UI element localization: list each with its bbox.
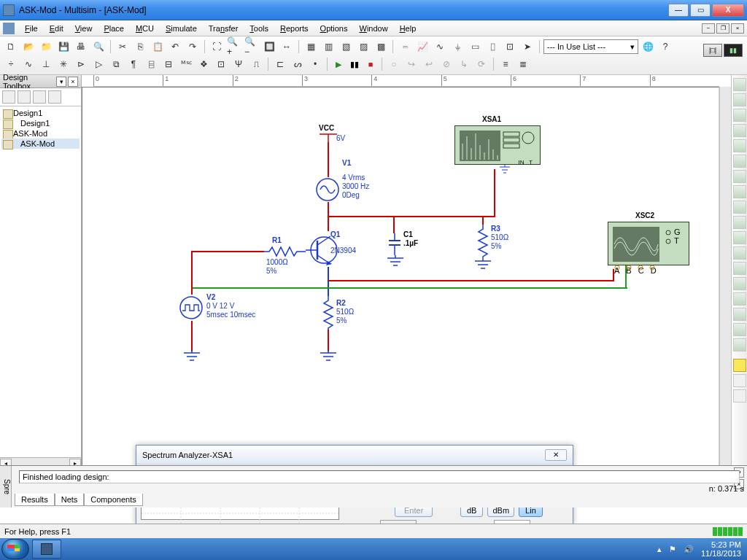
instr-probe-icon[interactable] [733,389,746,402]
window-close-button[interactable]: X [712,4,744,17]
comp-group-7-icon[interactable]: ⧉ [108,56,124,72]
comp-group-3-icon[interactable]: ⊥ [38,56,54,72]
menu-help[interactable]: Help [394,22,422,35]
tree-item[interactable]: ASK-Mod [1,128,80,139]
comp-group-6-icon[interactable]: ▷ [90,56,107,72]
arrow-icon[interactable]: ➤ [519,39,535,55]
menu-tools[interactable]: Tools [244,22,274,35]
break-icon[interactable]: ⊘ [438,56,454,72]
comp-group-1-icon[interactable]: ÷ [3,56,19,72]
new-icon[interactable]: 🗋 [3,39,19,55]
save-icon[interactable]: 💾 [55,39,71,55]
copy-icon[interactable]: ⎘ [132,39,148,55]
scope-icon[interactable]: 📈 [414,39,430,55]
net-icon[interactable]: ⊡ [502,39,518,55]
spreadsheet-tab-results[interactable]: Results [15,494,55,506]
help-icon[interactable]: ? [657,39,673,55]
instr-elvis-icon[interactable] [733,374,746,387]
menu-transfer[interactable]: Transfer [203,22,244,35]
zoom-out-icon[interactable]: 🔍− [244,39,260,55]
comp-group-13-icon[interactable]: ⊡ [213,56,229,72]
open-icon[interactable]: 📂 [20,39,36,55]
preview-icon[interactable]: 🔍 [90,39,107,55]
panel-close-button[interactable]: × [68,77,78,87]
step-over-icon[interactable]: ↪ [403,56,419,72]
canvas-scrollbar-vertical[interactable] [719,87,731,470]
tray-volume-icon[interactable]: 🔊 [684,545,694,554]
comp-group-11-icon[interactable]: ᴹˢᶜ [178,56,194,72]
menu-simulate[interactable]: Simulate [160,22,203,35]
toolbox-refresh-icon[interactable] [48,90,61,104]
instrument-xsc2[interactable]: G T ABCD [608,222,689,265]
tool-c-icon[interactable]: ▧ [338,39,354,55]
taskbar-clock[interactable]: 5:23 PM 11/18/2013 [701,540,741,558]
mdi-close-button[interactable]: × [731,23,744,34]
instr-dist-icon[interactable] [733,246,746,260]
component-r2[interactable] [323,296,333,330]
mdi-restore-button[interactable]: ❐ [716,23,729,34]
sim-switch-left[interactable]: |□| [703,44,722,57]
taskbar-item-multisim[interactable] [32,540,61,559]
comp-group-8-icon[interactable]: ¶ [125,56,142,72]
component-c1[interactable] [387,233,402,255]
align-r-icon[interactable]: ≣ [515,56,531,72]
menu-reports[interactable]: Reports [274,22,314,35]
bus-icon[interactable]: ⊏ [272,56,288,72]
instr-wattmeter-icon[interactable] [733,109,746,122]
part-icon[interactable]: ▭ [467,39,483,55]
menu-window[interactable]: Window [353,22,393,35]
step-out-icon[interactable]: ↩ [421,56,437,72]
globe-icon[interactable]: 🌐 [640,39,656,55]
window-maximize-button[interactable] [690,4,711,17]
instr-4ch-icon[interactable] [733,139,746,152]
instr-freq-icon[interactable] [733,170,746,183]
tree-item[interactable]: Design1 [1,108,80,118]
step-in-icon[interactable]: ○ [386,56,402,72]
tray-action-center-icon[interactable]: ⚑ [669,545,676,554]
comp-group-2-icon[interactable]: ∿ [20,56,36,72]
menu-mcu[interactable]: MCU [130,22,160,35]
undo-icon[interactable]: ↶ [167,39,183,55]
tool-b-icon[interactable]: ▥ [320,39,336,55]
stop-button[interactable]: ■ [363,57,378,71]
anal-icon[interactable]: ∿ [432,39,448,55]
comp-group-12-icon[interactable]: ❖ [196,56,212,72]
component-v1[interactable] [314,176,341,203]
tree-item[interactable]: ASK-Mod [1,139,80,149]
zoom-fit-icon[interactable]: ↔ [279,39,295,55]
part2-icon[interactable]: ⌷ [484,39,500,55]
ground-icon[interactable]: ⏚ [449,39,465,55]
instr-scope-icon[interactable] [733,124,746,137]
pause-button[interactable]: ▮▮ [347,57,362,71]
hier-icon[interactable]: ᔕ [290,56,306,72]
menu-view[interactable]: View [69,22,98,35]
instr-funcgen-icon[interactable] [733,93,746,106]
component-r1[interactable] [263,246,306,257]
toolbox-save-icon[interactable] [33,90,46,104]
instr-multimeter-icon[interactable] [733,78,746,91]
panel-dropdown-button[interactable]: ▾ [56,77,66,87]
cut-icon[interactable]: ✂ [115,39,131,55]
tool-d-icon[interactable]: ▨ [355,39,371,55]
instr-wordgen-icon[interactable] [733,185,746,198]
comp-group-10-icon[interactable]: ⊟ [160,56,177,72]
instr-agosc-icon[interactable] [733,323,746,336]
align-l-icon[interactable]: ≡ [498,56,514,72]
instr-tekosc-icon[interactable] [733,338,746,351]
design-tree[interactable]: Design1 Design1 ASK-Mod ASK-Mod [0,106,81,457]
open2-icon[interactable]: 📁 [38,39,54,55]
schematic-canvas[interactable]: VCC 6V V1 4 Vrms 3000 Hz 0Deg Q1 2N3904 [82,87,719,473]
comp-group-9-icon[interactable]: ⌸ [143,56,159,72]
instr-labview-icon[interactable] [733,359,746,372]
menu-options[interactable]: Options [314,22,354,35]
instr-agmm-icon[interactable] [733,308,746,321]
zoom-full-icon[interactable]: ⛶ [209,39,225,55]
menu-file[interactable]: File [19,22,44,35]
comp-group-4-icon[interactable]: ✳ [55,56,71,72]
instr-iv-icon[interactable] [733,231,746,244]
run-button[interactable]: ▶ [331,57,346,71]
spreadsheet-tab-components[interactable]: Components [84,494,142,506]
tray-show-hidden-icon[interactable]: ▴ [657,545,662,554]
tool-a-icon[interactable]: ▦ [303,39,319,55]
print-icon[interactable]: 🖶 [73,39,89,55]
